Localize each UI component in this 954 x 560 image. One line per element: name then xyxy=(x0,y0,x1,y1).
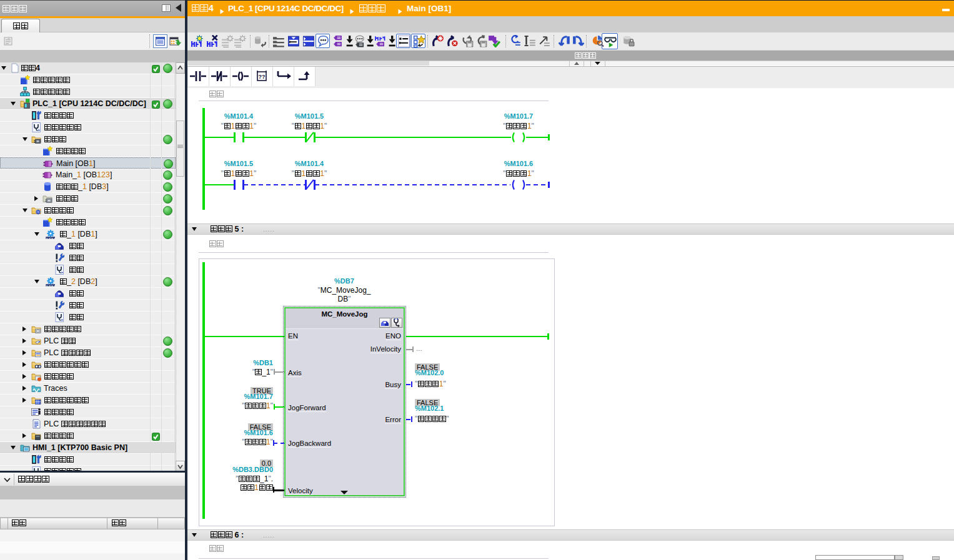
svg-text:??: ?? xyxy=(259,74,266,80)
